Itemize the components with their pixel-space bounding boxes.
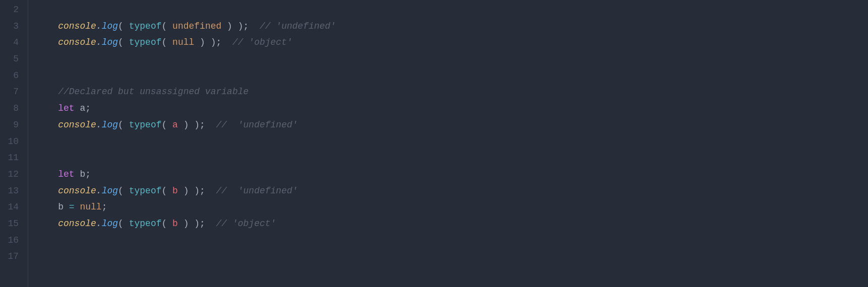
code-token: typeof bbox=[129, 186, 162, 196]
code-token: ) ); bbox=[194, 37, 232, 47]
line-number: 5 bbox=[0, 51, 19, 67]
line-number: 15 bbox=[0, 216, 19, 232]
code-token: console bbox=[58, 186, 96, 196]
code-token: log bbox=[102, 21, 118, 31]
line-number: 6 bbox=[0, 67, 19, 84]
code-token: . bbox=[96, 37, 102, 47]
code-token: = bbox=[69, 202, 75, 212]
code-token: b bbox=[58, 202, 64, 212]
code-token: console bbox=[58, 37, 96, 47]
line-number-gutter: 234567891011121314151617 bbox=[0, 0, 28, 287]
code-token: ( bbox=[161, 120, 172, 130]
code-line[interactable] bbox=[36, 67, 336, 84]
code-token: null bbox=[80, 202, 101, 212]
code-token: ( bbox=[118, 186, 129, 196]
code-token: a bbox=[172, 120, 178, 130]
code-line[interactable] bbox=[36, 150, 336, 166]
code-token: . bbox=[96, 120, 102, 130]
line-number: 14 bbox=[0, 199, 19, 216]
line-number: 16 bbox=[0, 232, 19, 249]
code-token: ( bbox=[161, 37, 172, 47]
code-token: // 'undefined' bbox=[216, 120, 298, 130]
code-area[interactable]: console.log( typeof( undefined ) ); // '… bbox=[28, 0, 336, 287]
code-token bbox=[75, 202, 80, 212]
code-token bbox=[75, 169, 80, 179]
code-token: ; bbox=[102, 202, 107, 212]
line-number: 17 bbox=[0, 248, 19, 265]
code-token: typeof bbox=[129, 219, 162, 229]
code-token: ) ); bbox=[221, 21, 260, 31]
line-number: 10 bbox=[0, 133, 19, 150]
code-editor[interactable]: 234567891011121314151617 console.log( ty… bbox=[0, 0, 868, 287]
code-token: ; bbox=[85, 103, 91, 113]
code-token bbox=[64, 202, 69, 212]
code-token: . bbox=[96, 219, 102, 229]
code-token: console bbox=[58, 219, 96, 229]
code-token: typeof bbox=[129, 21, 162, 31]
code-token: log bbox=[102, 120, 118, 130]
code-line[interactable]: console.log( typeof( b ) ); // 'undefine… bbox=[36, 183, 336, 199]
line-number: 13 bbox=[0, 183, 19, 199]
code-token: typeof bbox=[129, 120, 162, 130]
code-token: // 'undefined' bbox=[260, 21, 336, 31]
code-token: log bbox=[102, 219, 118, 229]
code-line[interactable]: console.log( typeof( a ) ); // 'undefine… bbox=[36, 117, 336, 133]
line-number: 3 bbox=[0, 18, 19, 35]
code-token: a bbox=[80, 103, 85, 113]
code-line[interactable]: console.log( typeof( undefined ) ); // '… bbox=[36, 18, 336, 35]
line-number: 2 bbox=[0, 2, 19, 18]
line-number: 8 bbox=[0, 100, 19, 117]
code-token: ( bbox=[118, 219, 129, 229]
code-line[interactable]: console.log( typeof( null ) ); // 'objec… bbox=[36, 34, 336, 51]
code-token: ( bbox=[161, 21, 172, 31]
code-token: ( bbox=[118, 120, 129, 130]
code-token: // 'object' bbox=[232, 37, 292, 47]
code-token: b bbox=[80, 169, 85, 179]
code-token: console bbox=[58, 120, 96, 130]
code-token: null bbox=[172, 37, 194, 47]
code-token: log bbox=[102, 37, 118, 47]
code-line[interactable]: //Declared but unsassigned variable bbox=[36, 84, 336, 100]
code-token: ) ); bbox=[178, 219, 216, 229]
code-line[interactable]: b = null; bbox=[36, 199, 336, 216]
code-token: log bbox=[102, 186, 118, 196]
code-token: //Declared but unsassigned variable bbox=[58, 87, 249, 97]
code-token: ( bbox=[118, 21, 129, 31]
code-token: ) ); bbox=[178, 120, 216, 130]
code-token: undefined bbox=[172, 21, 221, 31]
code-token: ( bbox=[161, 186, 172, 196]
code-token: console bbox=[58, 21, 96, 31]
code-line[interactable] bbox=[36, 232, 336, 249]
code-token: // 'undefined' bbox=[216, 186, 298, 196]
code-token: ) ); bbox=[178, 186, 216, 196]
code-token: // 'object' bbox=[216, 219, 276, 229]
code-line[interactable]: let b; bbox=[36, 166, 336, 183]
line-number: 12 bbox=[0, 166, 19, 183]
code-line[interactable] bbox=[36, 133, 336, 150]
code-line[interactable] bbox=[36, 2, 336, 18]
code-line[interactable] bbox=[36, 248, 336, 265]
code-token: b bbox=[172, 186, 178, 196]
line-number: 7 bbox=[0, 84, 19, 100]
code-token: ( bbox=[118, 37, 129, 47]
line-number: 9 bbox=[0, 117, 19, 133]
code-token: let bbox=[58, 103, 74, 113]
code-line[interactable]: console.log( typeof( b ) ); // 'object' bbox=[36, 216, 336, 232]
code-line[interactable]: let a; bbox=[36, 100, 336, 117]
code-token bbox=[75, 103, 80, 113]
code-token: . bbox=[96, 21, 102, 31]
line-number: 4 bbox=[0, 34, 19, 51]
line-number: 11 bbox=[0, 150, 19, 166]
code-token: typeof bbox=[129, 37, 162, 47]
code-token: ; bbox=[85, 169, 91, 179]
code-token: b bbox=[172, 219, 178, 229]
code-token: . bbox=[96, 186, 102, 196]
code-token: ( bbox=[161, 219, 172, 229]
code-token: let bbox=[58, 169, 74, 179]
code-line[interactable] bbox=[36, 51, 336, 67]
